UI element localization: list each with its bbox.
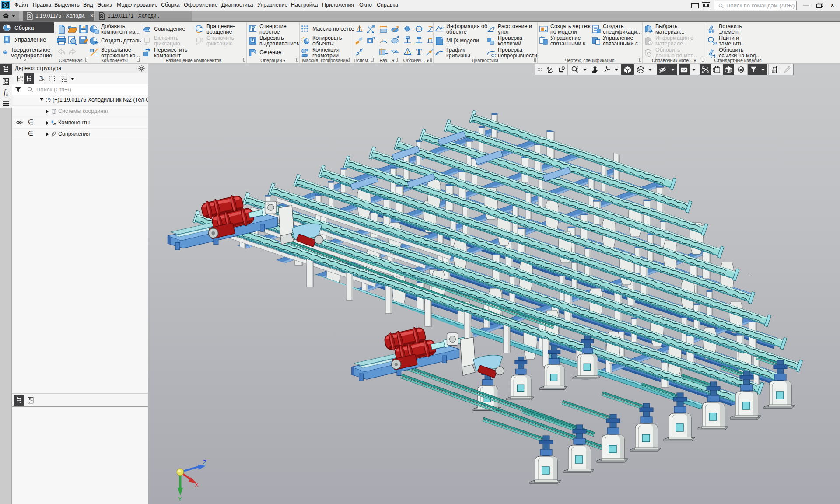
svg-text:2:12: 2:12 bbox=[20, 79, 23, 82]
svg-text:i: i bbox=[650, 40, 651, 45]
svg-text:X: X bbox=[195, 482, 199, 488]
svg-text:1:11: 1:11 bbox=[20, 76, 23, 78]
svg-text:?: ? bbox=[492, 26, 494, 31]
svg-text:T: T bbox=[416, 47, 422, 56]
svg-text:AB: AB bbox=[713, 42, 717, 46]
svg-text:G?: G? bbox=[491, 53, 497, 58]
svg-text:Y: Y bbox=[178, 496, 182, 502]
svg-text:Z: Z bbox=[203, 459, 206, 466]
svg-text:?: ? bbox=[441, 25, 443, 30]
